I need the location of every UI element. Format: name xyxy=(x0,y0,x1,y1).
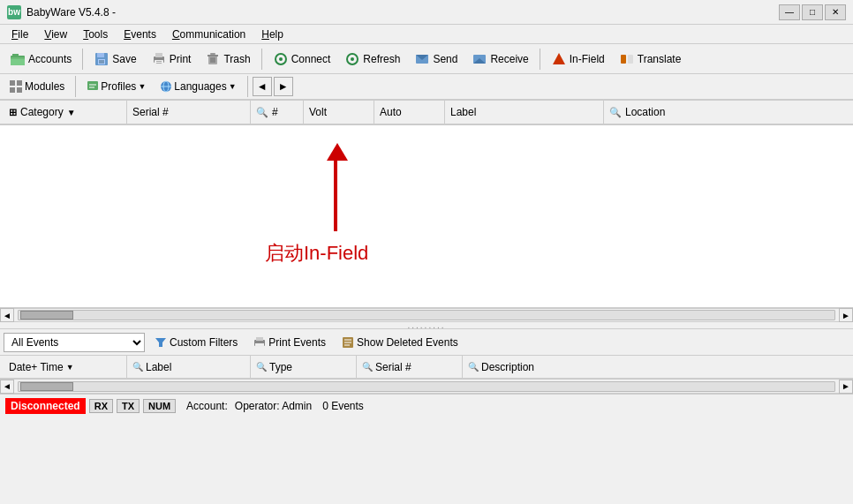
col-volt-label: Volt xyxy=(309,106,327,118)
minimize-button[interactable]: — xyxy=(779,4,800,20)
nav-prev-button[interactable]: ◄ xyxy=(253,77,272,96)
num-badge: NUM xyxy=(143,399,176,413)
scroll-right-arrow[interactable]: ► xyxy=(839,308,853,322)
resize-handle[interactable]: ......... xyxy=(0,322,853,329)
events-col-serial[interactable]: 🔍 Serial # xyxy=(357,356,463,378)
sep-t2b xyxy=(247,76,248,97)
rx-badge: RX xyxy=(89,399,113,413)
events-col-type[interactable]: 🔍 Type xyxy=(251,356,357,378)
arrow-up-icon xyxy=(327,143,348,161)
sort-category-icon: ▼ xyxy=(67,108,76,117)
print-events-icon xyxy=(253,336,266,349)
custom-filters-label: Custom Filters xyxy=(170,336,238,349)
svg-rect-41 xyxy=(255,343,264,347)
nav-next-button[interactable]: ► xyxy=(274,77,293,96)
events-scroll-track[interactable] xyxy=(18,381,835,392)
languages-button[interactable]: Languages ▼ xyxy=(154,76,242,97)
svg-marker-38 xyxy=(155,338,166,347)
col-serial-label: Serial # xyxy=(132,106,169,118)
menu-view[interactable]: View xyxy=(36,26,75,43)
account-label: Account: xyxy=(186,400,228,412)
main-horizontal-scrollbar[interactable]: ◄ ► xyxy=(0,308,853,322)
profiles-label: Profiles xyxy=(101,80,136,93)
receive-button[interactable]: Receive xyxy=(465,47,534,71)
events-col-datetime[interactable]: Date+ Time ▼ xyxy=(4,356,127,378)
connect-button[interactable]: Connect xyxy=(267,47,337,71)
svg-rect-32 xyxy=(87,81,98,90)
svg-rect-10 xyxy=(156,61,162,62)
refresh-button[interactable]: Refresh xyxy=(338,47,406,71)
col-volt[interactable]: Volt xyxy=(304,101,374,124)
menu-help[interactable]: Help xyxy=(253,26,291,43)
search-num-icon: 🔍 xyxy=(256,107,268,118)
col-auto[interactable]: Auto xyxy=(374,101,445,124)
events-count: 0 Events xyxy=(322,400,364,412)
col-location-label: Location xyxy=(625,106,665,118)
sep2 xyxy=(261,49,262,70)
events-col-label-label: Label xyxy=(146,361,171,373)
events-scroll-left[interactable]: ◄ xyxy=(0,380,14,394)
profiles-button[interactable]: Profiles ▼ xyxy=(80,76,152,97)
search-label-icon: 🔍 xyxy=(132,362,143,372)
profiles-icon xyxy=(87,80,99,93)
events-filter-select[interactable]: All Events Zone Events Alarm Events Syst… xyxy=(4,333,145,352)
svg-rect-31 xyxy=(17,87,22,93)
scroll-track[interactable] xyxy=(18,310,835,320)
custom-filters-icon xyxy=(155,336,167,349)
svg-rect-6 xyxy=(99,60,104,64)
refresh-icon xyxy=(344,51,360,67)
col-num[interactable]: 🔍 # xyxy=(251,101,304,124)
languages-label: Languages xyxy=(174,80,226,93)
events-scroll-right[interactable]: ► xyxy=(839,380,853,394)
svg-rect-40 xyxy=(256,337,263,341)
trash-icon xyxy=(205,51,221,67)
sep-t2 xyxy=(75,76,76,97)
scroll-thumb[interactable] xyxy=(20,311,73,320)
send-button[interactable]: Send xyxy=(408,47,464,71)
sep1 xyxy=(82,49,83,70)
modules-label: Modules xyxy=(25,80,64,93)
menu-communication[interactable]: Communication xyxy=(164,26,253,43)
translate-button[interactable]: Translate xyxy=(613,47,688,71)
col-category[interactable]: ⊞ Category ▼ xyxy=(4,101,127,124)
print-events-button[interactable]: Print Events xyxy=(247,332,332,353)
arrow-line xyxy=(334,161,337,231)
trash-button[interactable]: Trash xyxy=(199,47,256,71)
events-col-serial-label: Serial # xyxy=(375,361,411,373)
col-location[interactable]: 🔍 Location xyxy=(604,101,849,124)
show-deleted-button[interactable]: Show Deleted Events xyxy=(336,332,464,353)
events-col-label[interactable]: 🔍 Label xyxy=(127,356,251,378)
menu-events[interactable]: Events xyxy=(116,26,164,43)
svg-rect-4 xyxy=(97,53,104,57)
menu-tools[interactable]: Tools xyxy=(75,26,116,43)
col-num-label: # xyxy=(272,106,278,118)
app-icon: bw xyxy=(7,5,21,19)
svg-rect-13 xyxy=(208,55,218,56)
custom-filters-button[interactable]: Custom Filters xyxy=(148,332,244,353)
events-horizontal-scrollbar[interactable]: ◄ ► xyxy=(0,379,853,393)
col-label[interactable]: Label xyxy=(445,101,604,124)
svg-rect-2 xyxy=(12,54,19,57)
events-col-description[interactable]: 🔍 Description xyxy=(463,356,849,378)
sort-datetime-icon: ▼ xyxy=(66,363,74,372)
accounts-button[interactable]: Accounts xyxy=(4,47,78,71)
main-data-area: ⊞ Category ▼ Serial # 🔍 # Volt Auto Labe… xyxy=(0,101,853,308)
close-button[interactable]: ✕ xyxy=(825,4,846,20)
svg-rect-11 xyxy=(156,63,162,64)
scroll-left-arrow[interactable]: ◄ xyxy=(0,308,14,322)
menu-file[interactable]: File xyxy=(4,26,36,43)
svg-rect-8 xyxy=(155,53,162,57)
maximize-button[interactable]: □ xyxy=(802,4,823,20)
send-label: Send xyxy=(433,53,457,65)
print-button[interactable]: Print xyxy=(145,47,198,71)
data-rows-area: 启动In-Field xyxy=(0,125,853,308)
save-button[interactable]: Save xyxy=(87,47,142,71)
modules-button[interactable]: Modules xyxy=(4,76,71,97)
infield-button[interactable]: In-Field xyxy=(545,47,611,71)
col-label-label: Label xyxy=(450,106,476,118)
print-events-label: Print Events xyxy=(268,336,326,349)
accounts-icon xyxy=(10,51,26,67)
app-title: BabyWare V5.4.8 - xyxy=(26,6,116,19)
col-serial[interactable]: Serial # xyxy=(127,101,251,124)
events-scroll-thumb[interactable] xyxy=(20,382,73,391)
